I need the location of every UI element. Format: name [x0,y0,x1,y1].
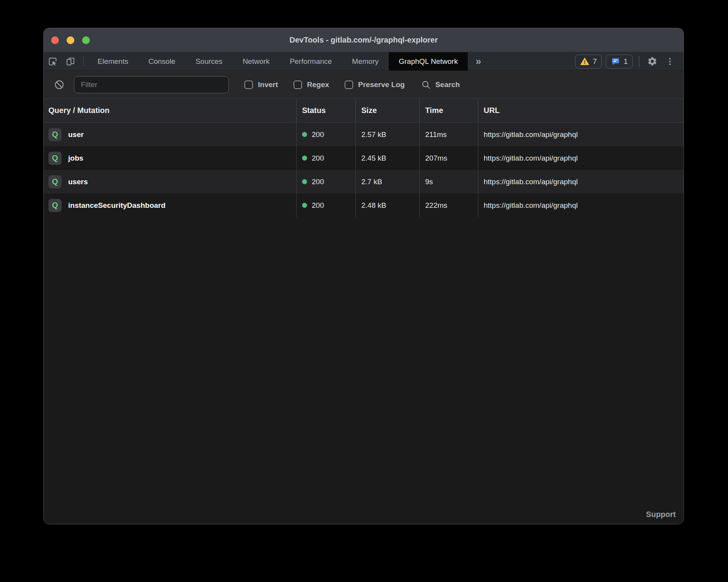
status-ok-dot [302,203,307,208]
device-toolbar-button[interactable] [62,52,79,70]
filter-toolbar: Invert Regex Preserve Log Search [44,71,683,99]
column-header-url[interactable]: URL [478,99,683,122]
query-name: instanceSecurityDashboard [68,201,165,210]
column-label: Query / Mutation [48,106,110,115]
block-icon [54,79,65,90]
window-title: DevTools - gitlab.com/-/graphql-explorer [44,36,683,45]
column-header-time[interactable]: Time [419,99,478,122]
messages-badge-button[interactable]: 1 [606,55,633,68]
regex-checkbox-label: Regex [307,80,329,89]
message-count: 1 [623,57,628,66]
query-type-badge: Q [48,199,62,212]
table-row[interactable]: Q user 200 2.57 kB 211ms https://gitlab.… [44,123,683,146]
support-link[interactable]: Support [646,510,676,519]
tab-label: Memory [352,57,379,66]
settings-button[interactable] [643,53,661,70]
tab-label: Network [243,57,270,66]
column-label: Size [361,106,377,115]
badge-separator [639,56,639,67]
tab-memory[interactable]: Memory [342,52,389,70]
toolbar-separator [83,56,84,67]
tab-label: Performance [290,57,332,66]
devtools-tab-bar: Elements Console Sources Network Perform… [44,52,683,71]
gear-icon [647,56,658,67]
tab-label: Elements [98,57,128,66]
status-code: 200 [312,154,324,163]
query-type-badge: Q [48,175,62,188]
zoom-button[interactable] [82,36,90,44]
kebab-menu-icon [665,57,675,66]
regex-checkbox[interactable] [294,80,302,89]
search-icon [421,80,431,90]
column-label: Status [302,106,326,115]
query-name: users [68,178,88,186]
tab-graphql-network[interactable]: GraphQL Network [389,52,468,70]
device-toolbar-icon [65,56,76,67]
preserve-log-checkbox-label: Preserve Log [358,80,405,89]
column-label: Time [425,106,443,115]
time-value: 207ms [425,154,447,163]
warning-count: 7 [593,57,597,66]
preserve-log-checkbox[interactable] [345,80,353,89]
chevron-double-right-icon: » [476,55,481,67]
table-empty-area: Support [44,217,683,524]
url-value: https://gitlab.com/api/graphql [484,154,578,163]
status-ok-dot [302,179,307,184]
tab-label: Console [148,57,175,66]
time-value: 211ms [425,130,447,139]
size-value: 2.57 kB [361,130,386,139]
size-value: 2.48 kB [361,201,386,210]
invert-checkbox-label: Invert [258,80,278,89]
tab-performance[interactable]: Performance [280,52,342,70]
search-button[interactable]: Search [421,80,460,90]
message-icon [611,57,620,66]
time-value: 9s [425,178,433,186]
inspect-icon [48,56,58,67]
query-name: jobs [68,154,83,163]
size-value: 2.7 kB [361,178,382,186]
status-ok-dot [302,156,307,161]
tab-sources[interactable]: Sources [185,52,233,70]
more-options-button[interactable] [661,53,679,70]
minimize-button[interactable] [67,36,74,44]
column-label: URL [484,106,500,115]
search-label: Search [435,80,460,89]
inspect-element-button[interactable] [44,52,62,70]
invert-checkbox[interactable] [244,80,253,89]
query-name: user [68,130,84,139]
status-code: 200 [312,201,324,210]
tab-label: GraphQL Network [399,57,458,66]
tab-label: Sources [196,57,223,66]
tab-elements[interactable]: Elements [88,52,138,70]
table-row[interactable]: Q jobs 200 2.45 kB 207ms https://gitlab.… [44,146,683,170]
size-value: 2.45 kB [361,154,386,163]
more-tabs-button[interactable]: » [468,52,489,70]
filter-input[interactable] [74,76,229,93]
table-header: Query / Mutation Status Size Time URL [44,99,683,123]
url-value: https://gitlab.com/api/graphql [484,178,578,186]
query-type-badge: Q [48,152,62,165]
column-header-query-mutation[interactable]: Query / Mutation [44,99,296,122]
warnings-badge-button[interactable]: 7 [575,55,602,68]
column-header-size[interactable]: Size [355,99,419,122]
status-badges: 7 1 [571,52,679,70]
close-button[interactable] [51,36,59,44]
status-code: 200 [312,178,324,186]
status-code: 200 [312,130,324,139]
url-value: https://gitlab.com/api/graphql [484,130,578,139]
tab-console[interactable]: Console [138,52,185,70]
status-ok-dot [302,132,307,137]
url-value: https://gitlab.com/api/graphql [484,201,578,210]
column-header-status[interactable]: Status [296,99,355,122]
table-row[interactable]: Q instanceSecurityDashboard 200 2.48 kB … [44,193,683,217]
title-bar: DevTools - gitlab.com/-/graphql-explorer [44,28,683,52]
traffic-lights [51,36,90,44]
table-row[interactable]: Q users 200 2.7 kB 9s https://gitlab.com… [44,170,683,193]
query-type-badge: Q [48,128,62,141]
tab-network[interactable]: Network [233,52,280,70]
devtools-window: DevTools - gitlab.com/-/graphql-explorer… [43,28,684,524]
time-value: 222ms [425,201,447,210]
clear-filter-button[interactable] [52,77,67,92]
warning-icon [580,57,589,66]
